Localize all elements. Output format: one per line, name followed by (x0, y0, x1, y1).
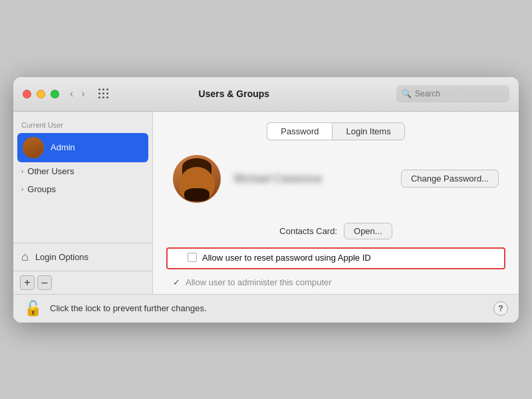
sidebar-main: Current User Admin › Other Users › Group… (13, 112, 152, 243)
main-user-avatar (173, 155, 221, 203)
sidebar: Current User Admin › Other Users › Group… (13, 112, 153, 294)
apple-id-row: Allow user to reset password using Apple… (166, 247, 505, 269)
sidebar-avatar (23, 137, 44, 158)
main-window: ‹ › Users & Groups 🔍 Current User (13, 77, 519, 323)
house-icon: ⌂ (21, 250, 29, 264)
avatar-inner (23, 137, 44, 158)
change-password-button[interactable]: Change Password... (401, 170, 499, 188)
groups-item[interactable]: › Groups (13, 180, 152, 198)
close-button[interactable] (23, 90, 31, 98)
contacts-card-row: Contacts Card: Open... (153, 216, 519, 246)
minimize-button[interactable] (37, 90, 45, 98)
remove-user-button[interactable]: – (37, 275, 52, 290)
sidebar-admin-name: Admin (51, 142, 75, 152)
traffic-lights (23, 90, 59, 98)
contacts-card-label: Contacts Card: (279, 226, 337, 236)
bottom-bar: 🔓 Click the lock to prevent further chan… (13, 294, 519, 323)
groups-chevron: › (21, 186, 23, 193)
avatar-beard (184, 188, 209, 201)
administer-checkmark: ✓ (173, 277, 180, 287)
help-button[interactable]: ? (493, 301, 508, 316)
search-icon: 🔍 (402, 89, 412, 98)
search-input[interactable] (415, 89, 504, 98)
other-users-label: Other Users (27, 166, 74, 176)
groups-label: Groups (27, 184, 56, 194)
apple-id-checkbox[interactable] (188, 253, 197, 262)
administer-label: Allow user to administer this computer (186, 277, 332, 287)
user-info-row: Michael Casanova Change Password... (153, 148, 519, 216)
lock-icon[interactable]: 🔓 (24, 300, 42, 317)
content-area: Current User Admin › Other Users › Group… (13, 112, 519, 294)
other-users-chevron: › (21, 168, 23, 175)
search-box[interactable]: 🔍 (396, 85, 509, 102)
maximize-button[interactable] (51, 90, 59, 98)
tab-password[interactable]: Password (267, 122, 332, 140)
login-options-label: Login Options (35, 252, 88, 262)
administer-row: ✓ Allow user to administer this computer (153, 275, 519, 294)
sidebar-bottom: ⌂ Login Options + – (13, 243, 152, 294)
window-title: Users & Groups (80, 88, 388, 99)
user-display-name: Michael Casanova (234, 173, 322, 185)
apple-id-label: Allow user to reset password using Apple… (202, 253, 371, 263)
sidebar-admin-item[interactable]: Admin (17, 133, 148, 162)
current-user-label: Current User (13, 118, 152, 133)
other-users-item[interactable]: › Other Users (13, 162, 152, 180)
login-options-item[interactable]: ⌂ Login Options (13, 243, 152, 271)
tabs-bar: Password Login Items (153, 112, 519, 148)
back-button[interactable]: ‹ (67, 87, 76, 100)
sidebar-actions: + – (13, 271, 152, 294)
open-contacts-button[interactable]: Open... (344, 223, 392, 239)
lock-label: Click the lock to prevent further change… (50, 303, 485, 313)
tab-login-items[interactable]: Login Items (332, 122, 404, 140)
add-user-button[interactable]: + (20, 275, 35, 290)
titlebar: ‹ › Users & Groups 🔍 (13, 77, 519, 112)
main-panel: Password Login Items Michael Casanova Ch… (153, 112, 519, 294)
